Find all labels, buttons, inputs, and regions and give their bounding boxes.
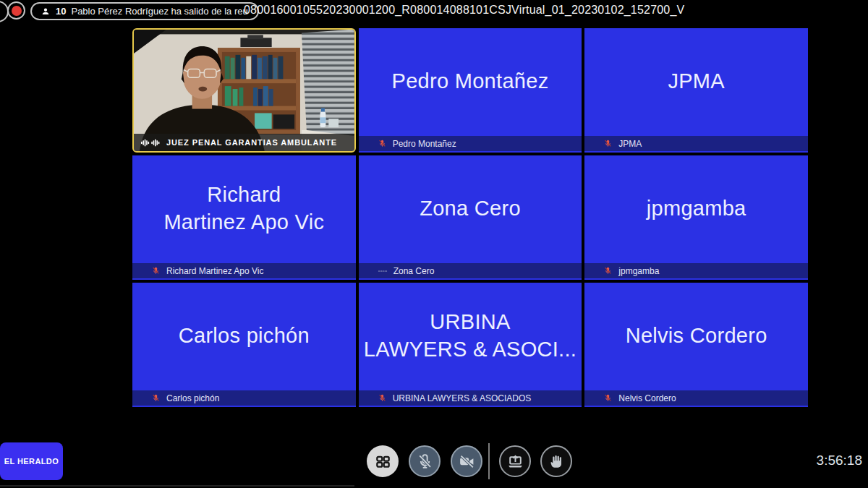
- participant-name-label: Zona Cero: [393, 266, 435, 276]
- participant-tile-urbina-lawyers[interactable]: URBINA LAWYERS & ASOCI...URBINA LAWYERS …: [359, 283, 582, 407]
- participant-name-bar: Richard Martinez Apo Vic: [132, 263, 356, 278]
- participant-name-label: Pedro Montañez: [393, 139, 456, 149]
- elapsed-timer: 3:56:18: [817, 453, 862, 468]
- share-screen-icon: [506, 453, 524, 471]
- control-bar-divider: [488, 443, 490, 479]
- participants-pill[interactable]: 10 Pablo Pérez Rodríguez ha salido de la…: [30, 2, 259, 20]
- mic-muted-icon: [151, 266, 161, 275]
- mic-muted-icon: [378, 393, 387, 403]
- participant-tile-pedro-montanez[interactable]: Pedro MontañezPedro Montañez: [359, 28, 582, 153]
- mic-muted-icon: [603, 139, 613, 148]
- grid-icon: [375, 453, 391, 470]
- participant-name-label: URBINA LAWYERS & ASOCIADOS: [393, 393, 532, 403]
- participant-tile-zona-cero[interactable]: Zona CeroZona Cero: [359, 155, 582, 280]
- participant-name-label: Carlos pichón: [166, 393, 219, 403]
- participant-tile-juez[interactable]: JUEZ PENAL GARANTIAS AMBULANTE: [132, 28, 356, 153]
- participant-display-name: Nelvis Cordero: [584, 283, 808, 390]
- participants-icon: [41, 7, 51, 17]
- participant-name-label: JPMA: [618, 139, 642, 149]
- participant-tile-jpmgamba[interactable]: jpmgambajpmgamba: [584, 155, 808, 280]
- judge-video-feed: [134, 30, 354, 151]
- raise-hand-button[interactable]: [540, 445, 572, 477]
- mic-off-icon: [416, 453, 434, 471]
- participant-name-bar: URBINA LAWYERS & ASOCIADOS: [359, 390, 582, 406]
- participant-grid: JUEZ PENAL GARANTIAS AMBULANTEPedro Mont…: [132, 28, 808, 407]
- participant-name-bar: Nelvis Cordero: [584, 390, 808, 406]
- participant-name-label: Nelvis Cordero: [618, 393, 676, 403]
- audio-waveform-icon: [141, 138, 161, 147]
- mic-muted-icon: [378, 139, 387, 148]
- participant-display-name: Carlos pichón: [132, 283, 356, 390]
- participant-display-name: URBINA LAWYERS & ASOCI...: [359, 283, 582, 390]
- meeting-window: 10 Pablo Pérez Rodríguez ha salido de la…: [0, 0, 868, 488]
- mic-muted-icon: [603, 393, 613, 403]
- participant-tile-nelvis-cordero[interactable]: Nelvis CorderoNelvis Cordero: [584, 283, 808, 407]
- raise-hand-icon: [548, 453, 565, 470]
- participant-name-label: JUEZ PENAL GARANTIAS AMBULANTE: [166, 138, 337, 147]
- mic-muted-icon: [603, 266, 613, 275]
- watermark-el-heraldo: EL HERALDO: [0, 442, 63, 480]
- participant-name-label: jpmgamba: [618, 266, 659, 276]
- participant-display-name: Zona Cero: [359, 155, 582, 262]
- participant-name-bar: Pedro Montañez: [359, 136, 582, 151]
- participant-display-name: Richard Martinez Apo Vic: [132, 155, 356, 262]
- mic-muted-icon: [151, 393, 161, 403]
- share-screen-button[interactable]: [499, 445, 531, 477]
- video-progress-line: [0, 485, 354, 487]
- record-icon: [12, 6, 22, 16]
- participant-name-label: Richard Martinez Apo Vic: [166, 266, 264, 276]
- participant-name-bar: Carlos pichón: [132, 390, 356, 406]
- record-button[interactable]: [7, 1, 25, 20]
- gallery-view-button[interactable]: [367, 445, 399, 477]
- participant-name-bar: Zona Cero: [359, 263, 582, 278]
- participant-name-bar: JUEZ PENAL GARANTIAS AMBULANTE: [134, 134, 354, 151]
- audio-silent-icon: [378, 266, 388, 276]
- participant-display-name: jpmgamba: [584, 155, 808, 262]
- participant-tile-richard-martinez[interactable]: Richard Martinez Apo VicRichard Martinez…: [132, 155, 356, 280]
- recording-title: 08001600105520230001200_R080014088101CSJ…: [244, 4, 684, 17]
- participant-tile-carlos-pichon[interactable]: Carlos pichónCarlos pichón: [132, 283, 356, 407]
- notification-text: Pablo Pérez Rodríguez ha salido de la re…: [71, 6, 247, 17]
- microphone-button[interactable]: [409, 445, 441, 477]
- participant-name-bar: jpmgamba: [584, 263, 808, 278]
- participant-tile-jpma[interactable]: JPMAJPMA: [584, 28, 808, 153]
- participant-count: 10: [56, 6, 66, 17]
- camera-button[interactable]: [451, 445, 482, 477]
- camera-off-icon: [458, 453, 476, 471]
- participant-display-name: JPMA: [584, 28, 808, 135]
- participant-display-name: Pedro Montañez: [359, 28, 582, 135]
- participant-name-bar: JPMA: [584, 136, 808, 151]
